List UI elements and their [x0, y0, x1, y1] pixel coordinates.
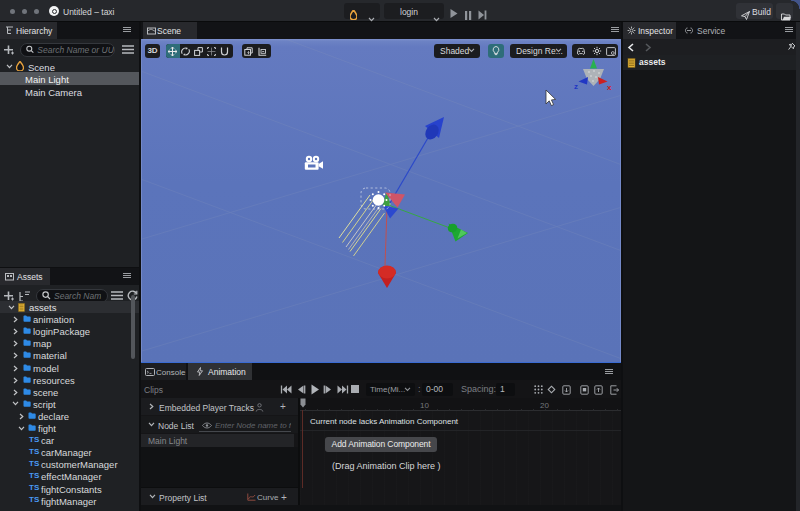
svg-text:z: z [574, 82, 578, 91]
svg-text:x: x [607, 83, 612, 92]
